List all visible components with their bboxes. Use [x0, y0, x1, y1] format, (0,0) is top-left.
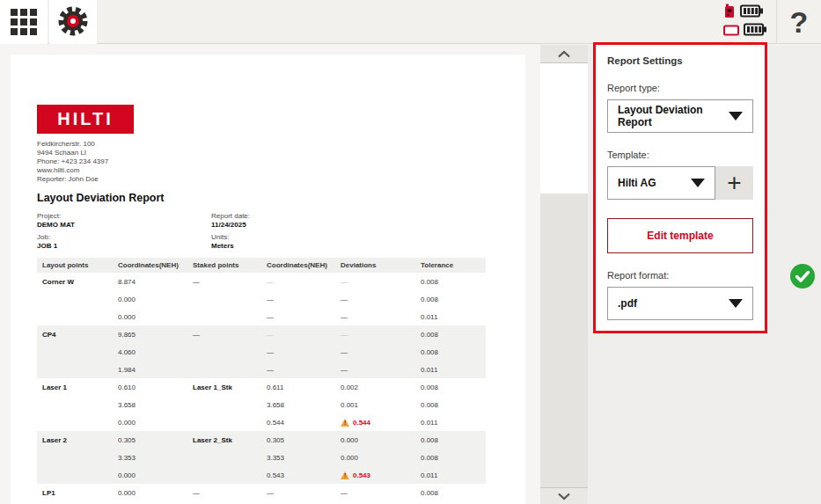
staked-coordinate: — [261, 296, 335, 303]
deviation-value: — [335, 278, 415, 286]
check-circle-icon [789, 277, 816, 292]
staked-point-name: Laser 2_Stk [187, 436, 261, 444]
staked-coordinate: 0.543 [261, 471, 335, 479]
layout-coordinate: 3.353 [113, 454, 187, 462]
staked-coordinate: — [261, 313, 335, 321]
deviation-value: 0.001 [335, 401, 415, 409]
units-field: Units: Meters [211, 233, 499, 250]
tolerance-value: 0.011 [415, 471, 486, 479]
project-field: Project: DEMO MAT [37, 212, 211, 229]
report-type-value: Layout Deviation Report [618, 104, 729, 128]
layout-coordinate: 3.658 [113, 401, 187, 409]
table-group: Laser 10.610Laser 1_Stk0.6110.0020.0083.… [37, 378, 486, 431]
preview-scrollbar [540, 45, 588, 504]
table-row: Laser 20.305Laser 2_Stk0.3050.0000.008 [37, 431, 486, 449]
scrollbar-thumb[interactable] [540, 63, 588, 194]
layout-point-name: Laser 1 [37, 383, 113, 391]
staked-coordinate: 0.305 [261, 436, 335, 444]
table-group: LP10.000———0.008 [37, 484, 486, 501]
deviation-value: — [335, 489, 415, 497]
template-select[interactable]: Hilti AG [607, 166, 715, 200]
template-value: Hilti AG [618, 177, 656, 189]
apps-menu-button[interactable] [0, 0, 48, 44]
table-row: LP10.000———0.008 [37, 484, 486, 501]
layout-coordinate: 0.305 [113, 436, 187, 444]
deviation-value: 0.543 [335, 471, 415, 479]
battery-empty-icon [723, 24, 739, 40]
help-button[interactable]: ? [777, 0, 821, 44]
staked-point-name: — [187, 278, 261, 286]
warning-icon [341, 419, 349, 427]
staked-coordinate: — [261, 278, 335, 286]
deviation-value: — [335, 313, 415, 321]
col-header: Staked points [187, 261, 261, 269]
scroll-down-button[interactable] [540, 487, 588, 504]
tolerance-value: 0.008 [415, 331, 486, 339]
staked-point-name: — [187, 489, 261, 497]
units-label: Units: [211, 233, 499, 241]
edit-template-button[interactable]: Edit template [607, 218, 753, 253]
layout-coordinate: 4.060 [113, 348, 187, 356]
layout-coordinate: 1.984 [113, 366, 187, 374]
layout-coordinate: 0.000 [113, 419, 187, 427]
table-row: 0.000——0.008 [37, 290, 486, 308]
warning-icon [341, 471, 349, 479]
staked-coordinate: — [261, 331, 335, 339]
report-info: Project: DEMO MAT Report date: 11/24/202… [37, 212, 499, 250]
job-field: Job: JOB 1 [37, 233, 211, 250]
col-header: Coordinates(NEH) [261, 261, 335, 269]
panel-title: Report Settings [607, 55, 753, 66]
report-format-select[interactable]: .pdf [607, 287, 753, 320]
tolerance-value: 0.008 [415, 489, 486, 497]
company-address: Feldkircherstr. 100 9494 Schaan LI Phone… [37, 140, 499, 184]
staked-coordinate: — [261, 348, 335, 356]
report-date-field: Report date: 11/24/2025 [211, 212, 499, 229]
col-header: Tolerance [415, 261, 486, 269]
apps-grid-icon [11, 9, 37, 35]
layout-coordinate: 9.865 [113, 331, 187, 339]
report-type-select[interactable]: Layout Deviation Report [607, 99, 753, 133]
chevron-down-icon [729, 112, 743, 121]
gear-icon [55, 4, 91, 41]
tolerance-value: 0.008 [415, 383, 486, 391]
job-value: JOB 1 [37, 242, 211, 250]
tolerance-value: 0.011 [415, 419, 486, 427]
layout-coordinate: 0.000 [113, 471, 187, 479]
staked-coordinate: 3.353 [261, 454, 335, 462]
layout-point-name: Corner W [37, 278, 113, 286]
staked-coordinate: 0.611 [261, 383, 335, 391]
controller-battery-row [723, 5, 767, 20]
battery-full-icon [744, 23, 767, 40]
table-row: Laser 10.610Laser 1_Stk0.6110.0020.008 [37, 378, 486, 396]
scrollbar-track[interactable] [540, 63, 588, 487]
tolerance-value: 0.008 [415, 348, 486, 356]
chevron-down-icon [691, 179, 705, 187]
deviation-value: 0.002 [335, 383, 415, 391]
tolerance-value: 0.008 [415, 278, 486, 286]
confirm-button[interactable] [789, 263, 816, 289]
table-group: CP49.865———0.0084.060——0.0081.984——0.011 [37, 325, 486, 378]
layout-coordinate: 0.610 [113, 383, 187, 391]
template-label: Template: [607, 150, 753, 160]
address-line: www.hilti.com [37, 166, 499, 175]
report-date-value: 11/24/2025 [211, 221, 499, 229]
scroll-up-button[interactable] [540, 45, 588, 63]
address-line: Reporter: John Doe [37, 175, 499, 184]
deviation-value: — [335, 348, 415, 356]
staked-coordinate: — [261, 489, 335, 497]
deviation-value: 0.544 [335, 419, 415, 427]
tolerance-value: 0.011 [415, 313, 486, 321]
battery-full-icon [740, 4, 764, 21]
tool-battery-row [723, 24, 767, 39]
settings-button[interactable] [49, 0, 97, 44]
project-value: DEMO MAT [37, 221, 211, 229]
table-header-row: Layout points Coordinates(NEH) Staked po… [37, 258, 486, 273]
table-row: 4.060——0.008 [37, 343, 486, 361]
col-header: Layout points [37, 261, 113, 269]
project-label: Project: [37, 212, 211, 220]
report-format-label: Report format: [607, 270, 753, 281]
deviation-value: — [335, 296, 415, 303]
add-template-button[interactable]: + [715, 166, 753, 200]
question-mark-icon: ? [790, 5, 809, 39]
staked-point-name: — [187, 331, 261, 339]
